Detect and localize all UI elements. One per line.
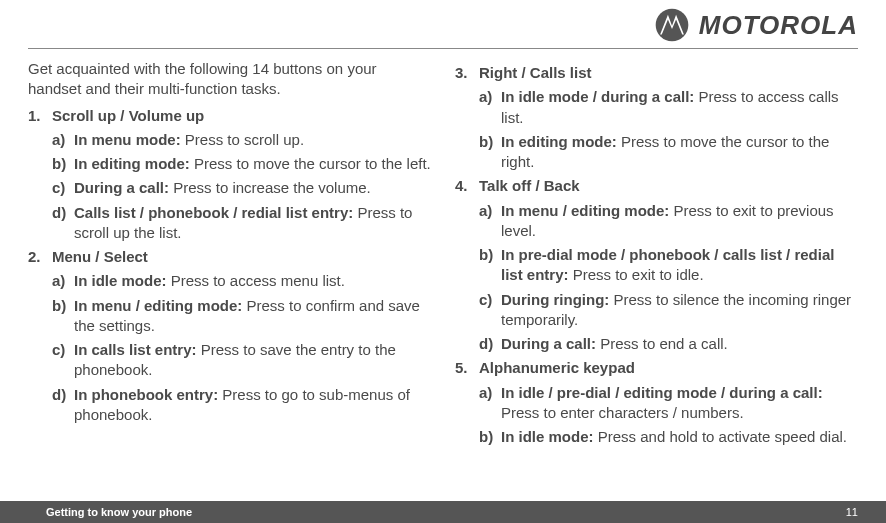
item-lead: In menu mode: [74, 131, 181, 148]
item-body: In phonebook entry: Press to go to sub-m… [74, 385, 431, 426]
sub-item: c) During a call: Press to increase the … [28, 178, 431, 198]
item-lead: In phonebook entry: [74, 386, 218, 403]
section-number: 3. [455, 63, 479, 83]
footer-title: Getting to know your phone [46, 506, 192, 518]
sub-item: b) In menu / editing mode: Press to conf… [28, 296, 431, 337]
sub-item: a) In idle mode: Press to access menu li… [28, 271, 431, 291]
svg-point-0 [655, 9, 688, 42]
item-letter: a) [52, 271, 74, 291]
item-lead: In idle mode: [74, 272, 167, 289]
section-number: 1. [28, 106, 52, 126]
item-body: In idle / pre-dial / editing mode / duri… [501, 383, 858, 424]
brand-text: MOTOROLA [699, 10, 858, 41]
item-letter: b) [52, 154, 74, 174]
item-body: In idle mode / during a call: Press to a… [501, 87, 858, 128]
item-body: In idle mode: Press to access menu list. [74, 271, 431, 291]
item-lead: In idle / pre-dial / editing mode / duri… [501, 384, 823, 401]
section-title: Right / Calls list [479, 63, 592, 83]
item-lead: During a call: [501, 335, 596, 352]
item-text: Press to increase the volume. [169, 179, 371, 196]
header: MOTOROLA [28, 8, 858, 49]
item-lead: In idle mode / during a call: [501, 88, 694, 105]
section-heading: 1. Scroll up / Volume up [28, 106, 431, 126]
item-text: Press and hold to activate speed dial. [594, 428, 848, 445]
item-lead: In calls list entry: [74, 341, 197, 358]
sub-item: d) In phonebook entry: Press to go to su… [28, 385, 431, 426]
sub-item: c) During ringing: Press to silence the … [455, 290, 858, 331]
item-letter: d) [52, 385, 74, 426]
section-title: Scroll up / Volume up [52, 106, 204, 126]
item-letter: b) [479, 427, 501, 447]
sub-item: a) In menu mode: Press to scroll up. [28, 130, 431, 150]
item-letter: b) [479, 132, 501, 173]
item-body: In editing mode: Press to move the curso… [74, 154, 431, 174]
item-letter: c) [52, 178, 74, 198]
item-text: Press to move the cursor to the left. [190, 155, 431, 172]
item-body: During ringing: Press to silence the inc… [501, 290, 858, 331]
section-heading: 4. Talk off / Back [455, 176, 858, 196]
section-title: Menu / Select [52, 247, 148, 267]
item-body: In editing mode: Press to move the curso… [501, 132, 858, 173]
item-body: During a call: Press to increase the vol… [74, 178, 431, 198]
item-text: Press to enter characters / numbers. [501, 404, 744, 421]
footer-bar: Getting to know your phone 11 [0, 501, 886, 523]
item-body: In calls list entry: Press to save the e… [74, 340, 431, 381]
item-body: In pre-dial mode / phonebook / calls lis… [501, 245, 858, 286]
item-lead: In menu / editing mode: [74, 297, 242, 314]
section-title: Alphanumeric keypad [479, 358, 635, 378]
right-column: 3. Right / Calls list a) In idle mode / … [455, 59, 858, 447]
item-body: Calls list / phonebook / redial list ent… [74, 203, 431, 244]
intro-text: Get acquainted with the following 14 but… [28, 59, 431, 100]
item-body: In menu mode: Press to scroll up. [74, 130, 431, 150]
item-body: In idle mode: Press and hold to activate… [501, 427, 858, 447]
item-lead: Calls list / phonebook / redial list ent… [74, 204, 353, 221]
section-title: Talk off / Back [479, 176, 580, 196]
item-lead: In editing mode: [74, 155, 190, 172]
item-body: In menu / editing mode: Press to confirm… [74, 296, 431, 337]
item-body: In menu / editing mode: Press to exit to… [501, 201, 858, 242]
item-letter: b) [52, 296, 74, 337]
item-letter: c) [479, 290, 501, 331]
item-letter: a) [52, 130, 74, 150]
item-letter: c) [52, 340, 74, 381]
item-lead: During ringing: [501, 291, 609, 308]
section-heading: 2. Menu / Select [28, 247, 431, 267]
item-letter: d) [52, 203, 74, 244]
sub-item: b) In editing mode: Press to move the cu… [28, 154, 431, 174]
sub-item: b) In idle mode: Press and hold to activ… [455, 427, 858, 447]
item-letter: a) [479, 87, 501, 128]
content-columns: Get acquainted with the following 14 but… [28, 59, 858, 447]
sub-item: d) During a call: Press to end a call. [455, 334, 858, 354]
sub-item: a) In menu / editing mode: Press to exit… [455, 201, 858, 242]
item-lead: During a call: [74, 179, 169, 196]
item-text: Press to scroll up. [181, 131, 304, 148]
section-heading: 3. Right / Calls list [455, 63, 858, 83]
item-text: Press to access menu list. [167, 272, 345, 289]
sub-item: c) In calls list entry: Press to save th… [28, 340, 431, 381]
item-text: Press to exit to idle. [569, 266, 704, 283]
page-number: 11 [846, 506, 858, 518]
sub-item: b) In pre-dial mode / phonebook / calls … [455, 245, 858, 286]
item-letter: a) [479, 383, 501, 424]
item-text: Press to end a call. [596, 335, 728, 352]
section-number: 2. [28, 247, 52, 267]
section-heading: 5. Alphanumeric keypad [455, 358, 858, 378]
item-letter: b) [479, 245, 501, 286]
section-number: 5. [455, 358, 479, 378]
left-column: Get acquainted with the following 14 but… [28, 59, 431, 447]
sub-item: a) In idle / pre-dial / editing mode / d… [455, 383, 858, 424]
item-lead: In idle mode: [501, 428, 594, 445]
sub-item: a) In idle mode / during a call: Press t… [455, 87, 858, 128]
section-number: 4. [455, 176, 479, 196]
item-lead: In editing mode: [501, 133, 617, 150]
sub-item: d) Calls list / phonebook / redial list … [28, 203, 431, 244]
motorola-logo-icon [655, 8, 689, 42]
item-letter: a) [479, 201, 501, 242]
item-lead: In menu / editing mode: [501, 202, 669, 219]
sub-item: b) In editing mode: Press to move the cu… [455, 132, 858, 173]
item-body: During a call: Press to end a call. [501, 334, 858, 354]
item-letter: d) [479, 334, 501, 354]
